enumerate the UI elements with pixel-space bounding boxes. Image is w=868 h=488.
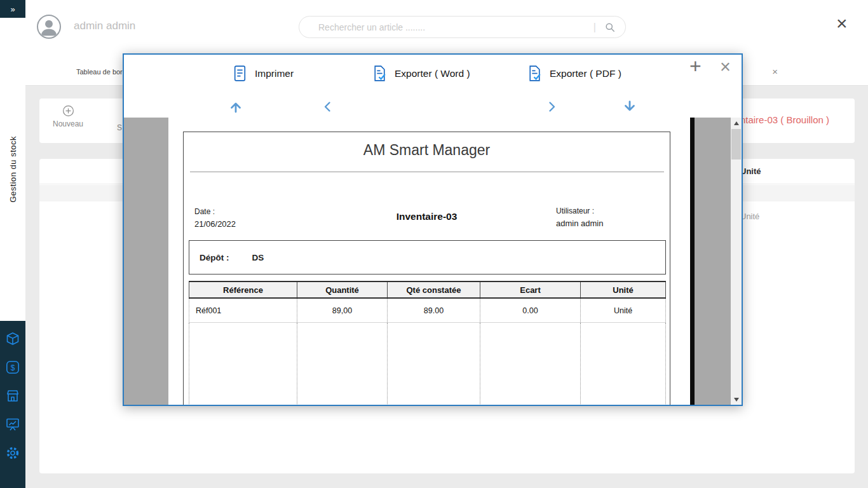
header-reference: Référence [189, 282, 297, 297]
window-close-button[interactable]: × [836, 14, 848, 33]
report-table: Référence Quantité Qté constatée Ecart U… [189, 281, 666, 405]
gear-icon[interactable] [5, 445, 20, 461]
search-icon[interactable] [604, 21, 616, 34]
user-name: admin admin [74, 20, 135, 32]
export-pdf-label: Exporter ( PDF ) [550, 68, 621, 79]
search-divider: | [593, 22, 596, 33]
unit-cell: Unité [740, 201, 759, 232]
cell-qte-constatee: 89.00 [387, 299, 480, 322]
chart-icon[interactable] [5, 417, 20, 432]
sidebar-expand-button[interactable]: » [0, 0, 25, 18]
export-file-icon [527, 65, 543, 82]
search-bar: | [299, 16, 626, 38]
cell-quantite: 89,00 [297, 299, 387, 322]
cell-reference: Réf001 [189, 299, 297, 322]
tab-close-icon[interactable]: × [772, 66, 778, 77]
header-quantite: Quantité [297, 282, 387, 297]
print-button[interactable]: Imprimer [232, 65, 294, 82]
export-word-label: Exporter ( Word ) [395, 68, 470, 79]
depot-label: Dépôt : [200, 253, 229, 262]
previous-page-chevron-button[interactable] [320, 99, 336, 114]
printer-icon [232, 65, 248, 82]
sidebar-section-stock[interactable]: Gestion du stock [0, 18, 25, 321]
report-company-title: AM Smart Manager [184, 142, 670, 159]
page-up-arrow-button[interactable] [228, 99, 243, 114]
sidebar: » Gestion du stock $ [0, 0, 25, 488]
export-file-icon [372, 65, 388, 82]
user-value: admin admin [556, 219, 603, 228]
user-avatar[interactable] [37, 15, 61, 39]
print-button-label: Imprimer [255, 68, 294, 79]
toolbar-second-button[interactable]: S [117, 123, 122, 132]
scroll-up-button[interactable] [731, 118, 742, 128]
tab-dashboard[interactable]: Tableau de bord [76, 68, 126, 76]
new-button[interactable]: Nouveau [50, 104, 86, 128]
empty-cell [480, 323, 580, 405]
report-table-row: Réf001 89,00 89.00 0.00 Unité [189, 299, 666, 323]
new-button-label: Nouveau [53, 119, 83, 128]
depot-value: DS [252, 253, 264, 262]
report-border: AM Smart Manager Date : 21/06/2022 Inven… [183, 132, 670, 405]
plus-circle-icon [62, 104, 75, 118]
document-preview-area: AM Smart Manager Date : 21/06/2022 Inven… [124, 118, 742, 405]
preview-scrollbar[interactable] [731, 118, 742, 405]
cell-ecart: 0.00 [480, 299, 580, 322]
report-page: AM Smart Manager Date : 21/06/2022 Inven… [168, 118, 690, 405]
empty-cell [189, 323, 297, 405]
cell-unite: Unité [580, 299, 666, 322]
print-preview-modal: Imprimer Exporter ( Word ) [123, 53, 743, 406]
next-page-chevron-button[interactable] [544, 99, 559, 114]
package-icon[interactable] [5, 331, 20, 346]
depot-box: Dépôt : DS [189, 240, 666, 274]
empty-cell [580, 323, 666, 405]
sidebar-section-label: Gestion du stock [8, 136, 18, 203]
search-input[interactable] [299, 22, 593, 32]
report-table-header-row: Référence Quantité Qté constatée Ecart U… [189, 281, 666, 299]
title-divider [190, 172, 664, 172]
money-icon[interactable]: $ [5, 360, 20, 375]
header-qte-constatee: Qté constatée [387, 282, 480, 297]
empty-cell [387, 323, 480, 405]
unit-column-header: Unité [740, 159, 761, 184]
report-table-empty-rows [189, 323, 666, 405]
empty-cell [297, 323, 387, 405]
user-label: Utilisateur : [556, 207, 594, 215]
sidebar-icon-menu: $ [0, 321, 25, 488]
page-down-arrow-button[interactable] [622, 99, 637, 114]
scroll-down-button[interactable] [731, 394, 742, 405]
header-ecart: Ecart [480, 282, 580, 297]
export-pdf-button[interactable]: Exporter ( PDF ) [527, 65, 621, 82]
modal-close-button[interactable]: × [720, 57, 731, 78]
svg-text:$: $ [11, 363, 15, 372]
double-chevron-icon: » [10, 4, 15, 14]
store-icon[interactable] [5, 388, 20, 403]
export-word-button[interactable]: Exporter ( Word ) [372, 65, 470, 82]
zoom-add-button[interactable]: + [689, 55, 702, 78]
page-edge-shadow [690, 118, 695, 405]
modal-inner: Imprimer Exporter ( Word ) [124, 55, 742, 405]
scrollbar-thumb[interactable] [731, 129, 741, 159]
header-unite: Unité [580, 282, 666, 297]
